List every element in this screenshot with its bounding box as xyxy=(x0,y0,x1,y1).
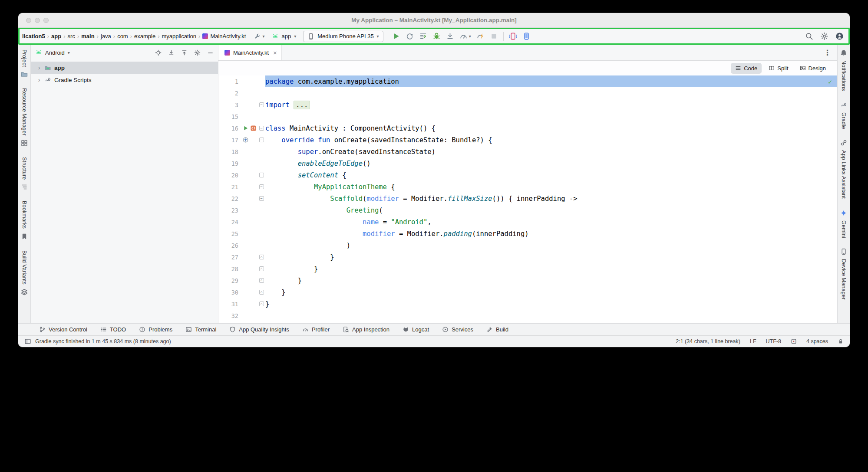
panel-settings-button[interactable] xyxy=(194,49,201,56)
minimize-window-button[interactable] xyxy=(35,18,40,23)
mode-design-button[interactable]: Design xyxy=(795,63,830,74)
stop-button[interactable] xyxy=(490,32,498,40)
breadcrumb-item-myapplication[interactable]: myapplication xyxy=(161,32,198,40)
tree-item-app[interactable]: ›app xyxy=(31,62,218,74)
tool-stripe-structure[interactable]: Structure xyxy=(21,157,28,191)
code-line[interactable]: 25 modifier = Modifier.padding(innerPadd… xyxy=(218,228,837,239)
fold-marker[interactable]: − xyxy=(257,102,265,107)
tool-stripe-notifications[interactable]: Notifications xyxy=(840,49,847,91)
profiler-button[interactable]: ▾ xyxy=(459,32,471,40)
lock-icon[interactable] xyxy=(838,338,844,344)
breadcrumb-item-mainactivity.kt[interactable]: MainActivity.kt xyxy=(201,32,247,40)
fold-marker[interactable]: ˄ xyxy=(257,266,265,271)
code-line[interactable]: 23 Greeting( xyxy=(218,204,837,216)
device-mirror-button[interactable] xyxy=(509,32,517,40)
tool-stripe-build-variants[interactable]: Build Variants xyxy=(21,250,28,295)
breadcrumb-item-lication5[interactable]: lication5 xyxy=(21,32,46,40)
tool-window-button-version-control[interactable]: Version Control xyxy=(39,326,87,333)
code-line[interactable]: 1package com.example.myapplication xyxy=(218,75,837,87)
code-line[interactable]: 3−import ... xyxy=(218,99,837,111)
zoom-window-button[interactable] xyxy=(43,18,49,23)
mode-split-button[interactable]: Split xyxy=(764,63,792,74)
collapse-all-button[interactable] xyxy=(181,49,188,56)
tool-stripe-gemini[interactable]: Gemini xyxy=(840,210,847,238)
caret-position[interactable]: 2:1 (34 chars, 1 line break) xyxy=(676,338,740,344)
code-line[interactable]: 17− override fun onCreate(savedInstanceS… xyxy=(218,134,837,146)
file-encoding[interactable]: UTF-8 xyxy=(766,338,781,344)
code-line[interactable]: 18 super.onCreate(savedInstanceState) xyxy=(218,146,837,157)
status-widget-icon[interactable] xyxy=(791,338,797,344)
more-vertical-icon[interactable]: ⋮ xyxy=(821,48,834,57)
code-editor[interactable]: 1package com.example.myapplication23−imp… xyxy=(218,75,837,323)
fold-marker[interactable]: ˄ xyxy=(257,255,265,259)
profile-low-overhead-button[interactable] xyxy=(476,32,485,40)
profile-button[interactable] xyxy=(835,32,844,40)
breadcrumb-item-main[interactable]: main xyxy=(80,32,96,40)
code-line[interactable]: 26 ) xyxy=(218,239,837,251)
run-button[interactable] xyxy=(392,32,400,40)
line-separator[interactable]: LF xyxy=(750,338,756,344)
fold-marker[interactable]: − xyxy=(257,196,265,201)
code-line[interactable]: 15 xyxy=(218,111,837,122)
expand-all-button[interactable] xyxy=(168,49,175,56)
tool-stripe-project[interactable]: Project xyxy=(21,49,28,78)
run-config-selector[interactable]: app ▾ xyxy=(269,31,299,42)
tool-stripe-resource-manager[interactable]: Resource Manager xyxy=(21,88,28,147)
fold-marker[interactable]: ˄ xyxy=(257,278,265,283)
code-line[interactable]: 16−class MainActivity : ComponentActivit… xyxy=(218,122,837,134)
tool-window-button-problems[interactable]: Problems xyxy=(139,326,172,333)
tool-window-button-app-inspection[interactable]: App Inspection xyxy=(343,326,389,333)
close-tab-icon[interactable]: × xyxy=(273,49,277,56)
running-devices-button[interactable] xyxy=(522,32,531,40)
tool-stripe-device-manager[interactable]: Device Manager xyxy=(840,248,847,300)
breadcrumb-item-example[interactable]: example xyxy=(133,32,157,40)
layout-icon[interactable] xyxy=(24,338,31,345)
project-view-selector[interactable]: Android xyxy=(45,49,65,56)
status-message[interactable]: Gradle sync finished in 1 m 45 s 834 ms … xyxy=(35,338,171,344)
code-line[interactable]: 30˄ } xyxy=(218,286,837,298)
tree-item-gradle-scripts[interactable]: ›Gradle Scripts xyxy=(31,74,218,86)
tool-window-button-services[interactable]: Services xyxy=(442,326,473,333)
fold-marker[interactable]: ˄ xyxy=(257,290,265,295)
inspections-ok-icon[interactable]: ✓ xyxy=(828,78,832,86)
code-line[interactable]: 2 xyxy=(218,87,837,99)
debug-button[interactable] xyxy=(432,32,441,40)
select-opened-file-button[interactable] xyxy=(155,49,162,56)
breadcrumb-item-java[interactable]: java xyxy=(99,32,112,40)
tool-window-button-todo[interactable]: TODO xyxy=(100,326,126,333)
breadcrumb-item-app[interactable]: app xyxy=(50,32,63,40)
tool-stripe-bookmarks[interactable]: Bookmarks xyxy=(21,201,28,239)
hide-panel-button[interactable] xyxy=(207,49,214,56)
mode-code-button[interactable]: Code xyxy=(731,63,762,74)
settings-button[interactable] xyxy=(820,32,828,40)
fold-marker[interactable]: − xyxy=(257,126,265,131)
tool-stripe-gradle[interactable]: Gradle xyxy=(840,102,847,129)
apply-changes-button[interactable] xyxy=(406,32,414,40)
tool-window-button-terminal[interactable]: Terminal xyxy=(185,326,216,333)
device-selector[interactable]: Medium Phone API 35 ▾ xyxy=(303,31,383,42)
code-line[interactable]: 29˄ } xyxy=(218,275,837,286)
close-window-button[interactable] xyxy=(26,18,31,23)
code-line[interactable]: 20− setContent { xyxy=(218,169,837,181)
search-button[interactable] xyxy=(805,32,813,40)
breadcrumb-item-src[interactable]: src xyxy=(66,32,76,40)
fold-marker[interactable]: − xyxy=(257,184,265,189)
code-line[interactable]: 24 name = "Android", xyxy=(218,216,837,228)
breadcrumb-item-com[interactable]: com xyxy=(116,32,129,40)
fold-marker[interactable]: ˄ xyxy=(257,302,265,306)
code-line[interactable]: 28˄ } xyxy=(218,263,837,275)
indent-setting[interactable]: 4 spaces xyxy=(806,338,828,344)
fold-marker[interactable]: − xyxy=(257,138,265,142)
code-line[interactable]: 32 xyxy=(218,310,837,321)
tool-window-button-app-quality-insights[interactable]: App Quality Insights xyxy=(229,326,289,333)
tool-stripe-app-links-assistant[interactable]: App Links Assistant xyxy=(840,139,847,199)
code-line[interactable]: 21− MyApplicationTheme { xyxy=(218,181,837,193)
tool-window-button-build[interactable]: Build xyxy=(486,326,508,333)
attach-debugger-button[interactable] xyxy=(446,32,454,40)
build-menu-button[interactable]: ▾ xyxy=(254,33,264,40)
fold-marker[interactable]: − xyxy=(257,173,265,177)
apply-code-changes-button[interactable] xyxy=(419,32,427,40)
tool-window-button-logcat[interactable]: Logcat xyxy=(403,326,429,333)
tool-window-button-profiler[interactable]: Profiler xyxy=(302,326,330,333)
code-line[interactable]: 31˄} xyxy=(218,298,837,310)
